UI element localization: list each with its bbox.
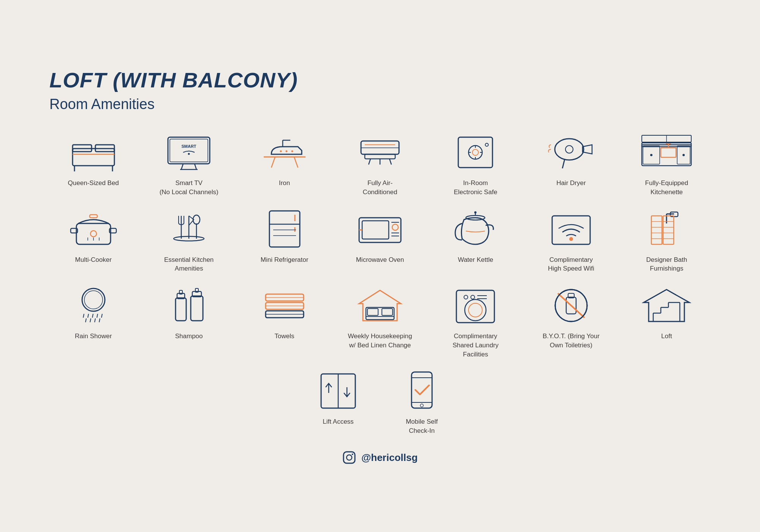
bottom-amenities-row: Lift Access Mobile SelfCheck-In	[49, 370, 711, 435]
bath-label: Designer BathFurnishings	[646, 255, 687, 274]
page: LOFT (WITH BALCONY) Room Amenities Queen…	[19, 45, 741, 487]
amenity-byot: B.Y.O.T. (Bring YourOwn Toiletries)	[527, 285, 615, 359]
safe-icon	[449, 131, 502, 173]
svg-line-15	[294, 157, 298, 168]
checkin-icon	[395, 370, 448, 412]
svg-line-14	[271, 157, 275, 168]
svg-rect-50	[76, 223, 111, 244]
kitchen-am-icon	[162, 208, 215, 250]
iron-icon	[258, 131, 311, 173]
smart-tv-label: Smart TV(No Local Channels)	[160, 179, 218, 197]
svg-line-105	[95, 318, 95, 322]
svg-point-9	[188, 153, 190, 155]
housekeeping-icon	[353, 285, 407, 326]
amenity-kettle: Water Kettle	[432, 208, 519, 274]
svg-rect-7	[170, 139, 208, 162]
svg-point-20	[291, 150, 293, 152]
svg-point-30	[472, 149, 478, 155]
microwave-icon	[353, 208, 407, 250]
svg-line-106	[99, 318, 100, 322]
svg-point-82	[569, 237, 573, 241]
svg-rect-72	[362, 221, 389, 239]
footer: @hericollsg	[49, 451, 711, 464]
svg-point-36	[555, 139, 584, 160]
svg-point-38	[565, 146, 573, 153]
svg-line-10	[181, 164, 183, 169]
air-con-label: Fully Air-Conditioned	[363, 179, 397, 197]
fridge-icon	[258, 208, 311, 250]
amenity-lift: Lift Access	[312, 370, 365, 435]
safe-label: In-RoomElectronic Safe	[454, 179, 497, 197]
shampoo-label: Shampoo	[175, 332, 203, 341]
svg-rect-24	[365, 154, 395, 159]
kitchenette-label: Fully-EquippedKitchenette	[645, 179, 688, 197]
svg-point-151	[420, 404, 423, 407]
queen-bed-icon	[67, 131, 120, 173]
svg-line-11	[195, 164, 196, 169]
svg-rect-41	[661, 148, 676, 157]
wifi-icon	[545, 208, 598, 250]
svg-rect-86	[651, 216, 662, 244]
amenity-microwave: Microwave Oven	[336, 208, 424, 274]
amenities-grid: Queen-Sized Bed SMART Smart TV(No Local …	[49, 131, 711, 359]
svg-point-126	[469, 303, 482, 317]
svg-line-100	[92, 314, 93, 318]
svg-point-154	[352, 454, 353, 455]
svg-text:SMART: SMART	[182, 144, 196, 149]
svg-point-18	[280, 150, 282, 152]
svg-rect-6	[168, 137, 210, 164]
amenity-air-con: Fully Air-Conditioned	[336, 131, 424, 197]
amenity-bath: Designer BathFurnishings	[623, 208, 711, 274]
amenity-kitchen-am: Essential KitchenAmenities	[145, 208, 233, 274]
svg-point-19	[285, 150, 287, 152]
svg-point-153	[347, 455, 352, 460]
svg-rect-152	[344, 452, 355, 463]
svg-rect-51	[90, 215, 97, 218]
svg-point-47	[682, 154, 685, 156]
laundry-icon	[449, 285, 502, 326]
amenity-checkin: Mobile SelfCheck-In	[395, 370, 448, 435]
amenity-laundry: ComplimentaryShared LaundryFacilities	[432, 285, 519, 359]
amenity-fridge: Mini Refrigerator	[241, 208, 328, 274]
amenity-loft: Loft	[623, 285, 711, 359]
towels-icon	[258, 285, 311, 326]
shampoo-icon	[162, 285, 215, 326]
kitchen-am-label: Essential KitchenAmenities	[164, 255, 214, 274]
rain-shower-icon	[67, 285, 120, 326]
kettle-label: Water Kettle	[458, 255, 493, 264]
microwave-label: Microwave Oven	[356, 255, 404, 264]
loft-icon	[640, 285, 693, 326]
byot-label: B.Y.O.T. (Bring YourOwn Toiletries)	[543, 332, 600, 350]
svg-line-37	[562, 159, 565, 168]
svg-point-128	[471, 295, 475, 299]
page-title: LOFT (WITH BALCONY)	[49, 68, 711, 92]
amenity-kitchenette: Fully-EquippedKitchenette	[623, 131, 711, 197]
iron-label: Iron	[279, 179, 290, 188]
footer-handle: @hericollsg	[361, 452, 418, 464]
svg-rect-121	[367, 309, 378, 315]
rain-shower-label: Rain Shower	[75, 332, 112, 341]
amenity-towels: Towels	[241, 285, 328, 359]
svg-line-101	[97, 314, 98, 318]
svg-line-27	[390, 159, 391, 165]
housekeeping-label: Weekly Housekeepingw/ Bed Linen Change	[348, 332, 412, 350]
svg-rect-28	[458, 137, 492, 168]
svg-point-125	[465, 299, 486, 321]
page-subtitle: Room Amenities	[49, 96, 711, 112]
svg-line-103	[86, 318, 86, 322]
amenity-wifi: ComplimentaryHigh Speed Wifi	[527, 208, 615, 274]
svg-rect-124	[456, 290, 494, 323]
svg-rect-91	[663, 216, 674, 244]
svg-rect-120	[366, 307, 394, 320]
amenity-smart-tv: SMART Smart TV(No Local Channels)	[145, 131, 233, 197]
svg-point-35	[485, 143, 488, 146]
amenity-hair-dryer: Hair Dryer	[527, 131, 615, 197]
svg-line-98	[83, 314, 84, 318]
queen-bed-label: Queen-Sized Bed	[68, 179, 119, 188]
svg-point-45	[650, 154, 652, 156]
svg-point-96	[82, 288, 105, 311]
amenity-safe: In-RoomElectronic Safe	[432, 131, 519, 197]
air-con-icon	[353, 131, 407, 173]
multicooker-label: Multi-Cooker	[75, 255, 112, 264]
multicooker-icon	[67, 208, 120, 250]
